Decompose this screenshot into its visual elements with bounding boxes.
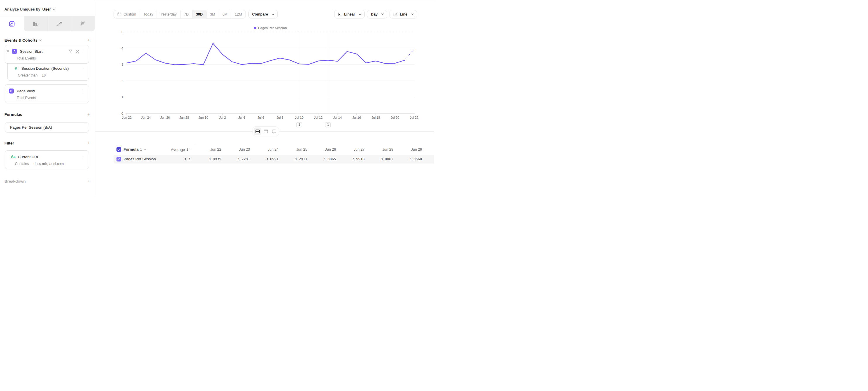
scale-button[interactable]: Linear bbox=[334, 10, 365, 19]
insights-report-app: Analyze Uniques by User Events & Cohorts… bbox=[0, 0, 434, 196]
kebab-menu-icon[interactable] bbox=[82, 50, 86, 53]
add-formula-button[interactable]: + bbox=[87, 112, 90, 117]
svg-text:Jul 2: Jul 2 bbox=[219, 116, 226, 119]
property-card-session-duration[interactable]: # Session Duration (Seconds) Greater tha… bbox=[7, 62, 89, 81]
date-column-header[interactable]: Jun 25 bbox=[281, 147, 310, 151]
compare-button[interactable]: Compare bbox=[248, 10, 278, 19]
annotation-badge[interactable]: 1 bbox=[325, 122, 331, 127]
tab-flows[interactable] bbox=[47, 17, 71, 31]
formula-text[interactable]: Pages Per Session (B/A) bbox=[10, 125, 52, 130]
svg-text:5: 5 bbox=[121, 30, 123, 34]
kebab-menu-icon[interactable] bbox=[82, 66, 86, 70]
event-measure[interactable]: Total Events bbox=[5, 94, 89, 103]
property-name[interactable]: Session Duration (Seconds) bbox=[21, 66, 69, 71]
tab-retention[interactable] bbox=[71, 17, 95, 31]
add-filter-button[interactable]: + bbox=[87, 140, 90, 146]
event-card-session-start[interactable]: A Session Start Total Events bbox=[5, 45, 89, 64]
kebab-menu-icon[interactable] bbox=[82, 155, 86, 159]
group-index: 1 bbox=[140, 147, 142, 151]
flows-icon bbox=[57, 21, 62, 26]
date-column-header[interactable]: Jun 29 bbox=[396, 147, 424, 151]
chart-type-button[interactable]: Line bbox=[390, 10, 417, 19]
date-column-header[interactable]: Jun 28 bbox=[367, 147, 396, 151]
event-name[interactable]: Session Start bbox=[20, 49, 42, 54]
chevron-down-icon bbox=[144, 148, 146, 150]
formulas-section-title: Formulas bbox=[4, 112, 22, 117]
range-3m[interactable]: 3M bbox=[206, 10, 219, 18]
date-column-headers: Jun 22Jun 23Jun 24Jun 25Jun 26Jun 27Jun … bbox=[195, 146, 424, 153]
chart-only-view-button[interactable] bbox=[262, 128, 270, 135]
date-column-header[interactable]: Jun 26 bbox=[310, 147, 338, 151]
date-column-header[interactable]: Jun 22 bbox=[195, 147, 224, 151]
range-yesterday[interactable]: Yesterday bbox=[157, 10, 180, 18]
add-event-button[interactable]: + bbox=[87, 37, 90, 43]
chart-toolbar: CustomTodayYesterday7D30D3M6M12M Compare bbox=[114, 10, 278, 19]
value-cell: 2.9918 bbox=[338, 157, 367, 161]
split-view-button[interactable] bbox=[254, 128, 261, 135]
property-operand[interactable]: 10 bbox=[41, 73, 45, 77]
event-card-page-view[interactable]: B Page View Total Events bbox=[5, 84, 89, 103]
line-chart[interactable]: Jun 22Jun 24Jun 26Jun 28Jun 30Jul 2Jul 4… bbox=[95, 29, 434, 131]
event-name[interactable]: Page View bbox=[17, 89, 35, 93]
interval-label: Day bbox=[371, 12, 377, 17]
date-column-header[interactable]: Jun 24 bbox=[252, 147, 281, 151]
date-range-picker: CustomTodayYesterday7D30D3M6M12M bbox=[114, 10, 246, 19]
chevron-down-icon bbox=[272, 12, 274, 15]
add-breakdown-button[interactable]: + bbox=[87, 178, 90, 184]
table-row[interactable]: Pages Per Session 3.3 3.09353.22313.6991… bbox=[114, 155, 434, 164]
analyze-by-control[interactable]: Analyze Uniques by User bbox=[0, 2, 95, 16]
tab-funnels[interactable] bbox=[24, 17, 48, 31]
range-12m[interactable]: 12M bbox=[231, 10, 245, 18]
svg-text:2: 2 bbox=[121, 79, 123, 83]
event-measure[interactable]: Total Events bbox=[5, 55, 89, 63]
svg-text:3: 3 bbox=[121, 63, 123, 66]
average-column-header[interactable]: Average bbox=[171, 147, 190, 152]
svg-text:4: 4 bbox=[121, 47, 123, 50]
range-30d[interactable]: 30D bbox=[192, 10, 206, 18]
svg-text:Jul 18: Jul 18 bbox=[371, 116, 380, 119]
drag-handle-icon[interactable] bbox=[6, 50, 10, 53]
filter-card-current-url[interactable]: Aa Current URL Contains docs.mixpanel.co… bbox=[5, 150, 89, 169]
range-custom[interactable]: Custom bbox=[114, 10, 140, 18]
date-column-header[interactable]: Jun 23 bbox=[224, 147, 252, 151]
chevron-down-icon bbox=[411, 12, 413, 15]
svg-text:Jun 30: Jun 30 bbox=[198, 116, 208, 119]
retention-icon bbox=[81, 21, 86, 26]
range-today[interactable]: Today bbox=[140, 10, 157, 18]
linear-scale-icon bbox=[338, 12, 342, 17]
date-column-header[interactable]: Jun 27 bbox=[338, 147, 367, 151]
kebab-menu-icon[interactable] bbox=[82, 89, 86, 93]
filter-operand[interactable]: docs.mixpanel.com bbox=[34, 162, 64, 166]
remove-icon[interactable] bbox=[75, 49, 80, 54]
insights-icon bbox=[9, 21, 14, 27]
tab-insights[interactable] bbox=[0, 17, 24, 31]
interval-button[interactable]: Day bbox=[367, 10, 387, 19]
group-label: Formula bbox=[124, 147, 138, 151]
query-builder: Events & Cohorts + A Session Start bbox=[0, 37, 95, 184]
chart-canvas[interactable]: Jun 22Jun 24Jun 26Jun 28Jun 30Jul 2Jul 4… bbox=[95, 29, 434, 131]
value-cell: 3.6991 bbox=[252, 157, 281, 161]
select-all-checkbox[interactable] bbox=[117, 147, 121, 152]
chart-type-label: Line bbox=[400, 12, 407, 17]
value-cell: 3.0062 bbox=[367, 157, 396, 161]
table-only-view-button[interactable] bbox=[270, 128, 278, 135]
range-6m[interactable]: 6M bbox=[219, 10, 231, 18]
svg-text:1: 1 bbox=[121, 95, 123, 99]
filter-operator[interactable]: Contains bbox=[15, 162, 29, 166]
analyze-by-value[interactable]: User bbox=[42, 7, 51, 11]
event-letter-badge: B bbox=[9, 88, 14, 93]
range-7d[interactable]: 7D bbox=[180, 10, 192, 18]
chevron-down-icon bbox=[381, 12, 384, 15]
breakdown-section-title: Breakdown bbox=[4, 179, 26, 184]
formula-group-dropdown[interactable]: Formula 1 bbox=[124, 147, 146, 151]
panel-layout-toggle bbox=[253, 127, 279, 136]
view-tabs bbox=[0, 16, 95, 31]
filter-icon[interactable] bbox=[68, 49, 73, 54]
chevron-down-icon[interactable] bbox=[39, 38, 41, 41]
row-checkbox[interactable] bbox=[117, 157, 121, 162]
filter-section-title: Filter bbox=[4, 141, 14, 145]
filter-property-name[interactable]: Current URL bbox=[18, 155, 39, 159]
annotation-badge[interactable]: 1 bbox=[297, 122, 302, 127]
property-operator[interactable]: Greater than bbox=[18, 73, 37, 77]
formula-card[interactable]: Pages Per Session (B/A) bbox=[5, 122, 89, 133]
